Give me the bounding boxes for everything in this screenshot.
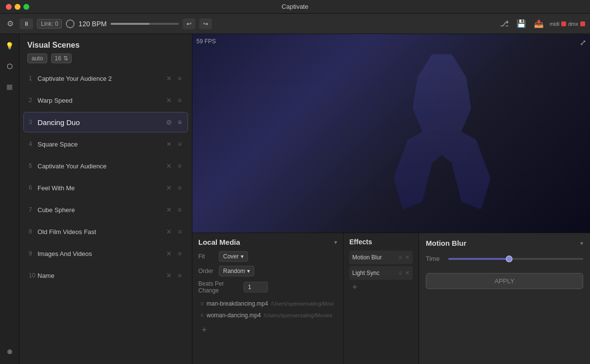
order-dropdown[interactable]: Random ▾	[219, 266, 254, 276]
file-drag-handle: ≡	[200, 300, 204, 307]
scene-actions: ✕≡	[165, 227, 183, 237]
media-dropdown-arrow[interactable]: ▾	[334, 239, 337, 246]
scene-actions: ✕≡	[165, 183, 183, 193]
scene-item[interactable]: 4Square Space✕≡	[23, 134, 188, 154]
toolbar: ⚙ ⏸ Link: 0 120 BPM ↩ ↪ ⎇ 💾 📤 midi dmx	[0, 14, 590, 34]
add-effect-button[interactable]: +	[349, 282, 360, 292]
scene-delete-button[interactable]: ✕	[165, 249, 173, 258]
scene-actions: ✕≡	[165, 139, 183, 149]
scene-item[interactable]: 6Feel With Me✕≡	[23, 178, 188, 198]
num-stepper[interactable]: 16 ⇅	[51, 54, 71, 63]
effect-name: Motion Blur	[352, 254, 399, 261]
title-bar: Captivate	[0, 0, 590, 14]
scene-actions: ✕≡	[165, 271, 183, 280]
file-item[interactable]: ≡man-breakdancing.mp4/Users/spensersalin…	[198, 298, 337, 309]
usb-icon[interactable]: ⎇	[498, 18, 511, 29]
scene-name: Captivate Your Audience	[38, 163, 165, 170]
scene-delete-button[interactable]: ✕	[165, 183, 173, 193]
close-button[interactable]	[6, 4, 12, 10]
fit-arrow: ▾	[241, 253, 244, 260]
scene-menu-button[interactable]: ≡	[177, 95, 183, 105]
scene-menu-button[interactable]: ≡	[177, 117, 183, 127]
expand-button[interactable]: ⤢	[580, 38, 586, 47]
effect-remove-button[interactable]: ✕	[405, 254, 410, 261]
scene-actions: ✕≡	[165, 249, 183, 258]
effect-item[interactable]: Motion Blur≡✕	[349, 251, 413, 264]
time-slider[interactable]	[448, 258, 583, 260]
time-label: Time	[426, 255, 443, 262]
slider-thumb[interactable]	[506, 255, 513, 262]
scene-number: 7	[29, 206, 38, 213]
scene-item[interactable]: 1Captivate Your Audience 2✕≡	[23, 68, 188, 89]
scenes-list: 1Captivate Your Audience 2✕≡2Warp Speed✕…	[19, 68, 192, 364]
scene-item[interactable]: 5Captivate Your Audience✕≡	[23, 156, 188, 176]
scene-item[interactable]: 7Cube Sphere✕≡	[23, 200, 188, 220]
scene-menu-button[interactable]: ≡	[177, 161, 183, 171]
scene-number: 6	[29, 184, 38, 191]
order-label: Order	[198, 268, 215, 274]
undo-button[interactable]: ↩	[183, 18, 195, 29]
main-layout: 💡 ⬡ ▦ Visual Scenes auto 16 ⇅ 1Captivate…	[0, 34, 590, 364]
link-badge[interactable]: Link: 0	[37, 19, 62, 29]
scene-menu-button[interactable]: ≡	[177, 271, 183, 280]
scene-delete-button[interactable]: ✕	[165, 139, 173, 149]
preview-background: 59 FPS ⤢	[192, 34, 590, 233]
midi-label: midi	[550, 21, 559, 27]
fit-dropdown[interactable]: Cover ▾	[219, 251, 248, 262]
beats-input[interactable]: 1	[244, 282, 268, 292]
motion-blur-dropdown-arrow[interactable]: ▾	[580, 240, 583, 247]
left-sidebar: 💡 ⬡ ▦	[0, 34, 19, 364]
sidebar-bulb-icon[interactable]: 💡	[4, 40, 16, 52]
scene-delete-button[interactable]: ✕	[165, 95, 173, 105]
add-media-button[interactable]: +	[198, 324, 210, 336]
settings-icon[interactable]: ⚙	[5, 18, 16, 29]
scene-menu-button[interactable]: ≡	[177, 183, 183, 193]
scene-delete-button[interactable]: ✕	[165, 227, 173, 237]
effect-menu-button[interactable]: ≡	[399, 254, 402, 261]
scene-item[interactable]: 2Warp Speed✕≡	[23, 90, 188, 110]
pause-button[interactable]: ⏸	[19, 18, 33, 29]
scene-delete-button[interactable]: ✕	[165, 205, 173, 215]
scene-disable-button[interactable]: ⊘	[165, 117, 173, 127]
minimize-button[interactable]	[15, 4, 20, 10]
scene-item[interactable]: 8Old Film Videos Fast✕≡	[23, 221, 188, 242]
scene-item[interactable]: 9Images And Videos✕≡	[23, 243, 188, 264]
scenes-title: Visual Scenes	[19, 34, 192, 54]
dmx-dot	[580, 21, 585, 26]
sidebar-dot	[7, 349, 12, 354]
preview-figure	[393, 54, 491, 210]
bottom-panel: Local Media ▾ Fit Cover ▾ Order Random ▾	[192, 233, 590, 364]
scene-actions: ✕≡	[165, 161, 183, 171]
effect-remove-button[interactable]: ✕	[405, 270, 410, 276]
file-name: man-breakdancing.mp4	[207, 300, 268, 307]
effect-menu-button[interactable]: ≡	[399, 270, 402, 276]
scene-item[interactable]: 3Dancing Duo⊘≡	[23, 112, 188, 132]
sidebar-chart-icon[interactable]: ▦	[4, 81, 16, 92]
stepper-arrows: ⇅	[63, 55, 68, 62]
scene-delete-button[interactable]: ✕	[165, 271, 173, 280]
scene-menu-button[interactable]: ≡	[177, 73, 183, 83]
scene-menu-button[interactable]: ≡	[177, 249, 183, 258]
auto-badge[interactable]: auto	[27, 54, 47, 63]
sidebar-cube-icon[interactable]: ⬡	[4, 60, 16, 72]
redo-button[interactable]: ↪	[199, 18, 212, 29]
midi-dot	[561, 21, 566, 26]
export-icon[interactable]: 📤	[532, 18, 546, 29]
scene-menu-button[interactable]: ≡	[177, 227, 183, 237]
scene-menu-button[interactable]: ≡	[177, 139, 183, 149]
bpm-slider[interactable]	[111, 23, 179, 25]
scene-item[interactable]: 10Name✕≡	[23, 265, 188, 286]
apply-button[interactable]: APPLY	[426, 273, 583, 289]
scene-delete-button[interactable]: ✕	[165, 161, 173, 171]
scene-name: Images And Videos	[38, 250, 165, 257]
maximize-button[interactable]	[23, 4, 29, 10]
save-icon[interactable]: 💾	[514, 18, 528, 29]
motion-blur-settings: Motion Blur ▾ Time APPLY	[419, 233, 590, 364]
fit-value: Cover	[223, 253, 239, 260]
effect-item[interactable]: Light Sync≡✕	[349, 266, 413, 280]
scene-name: Feel With Me	[38, 184, 165, 192]
scene-menu-button[interactable]: ≡	[177, 205, 183, 215]
scene-delete-button[interactable]: ✕	[165, 73, 173, 83]
file-item[interactable]: ≡woman-dancing.mp4/Users/spensersaling/M…	[198, 309, 337, 321]
time-row: Time	[426, 255, 583, 262]
